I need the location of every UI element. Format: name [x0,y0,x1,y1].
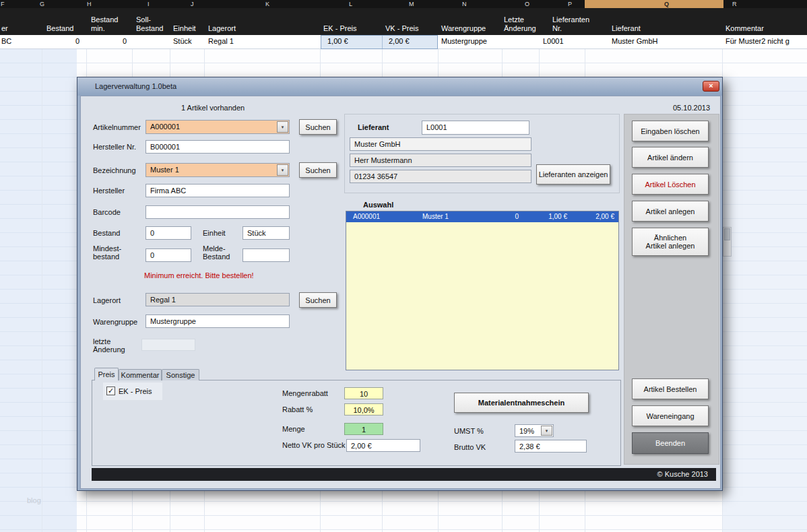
cell-lagerort[interactable]: Regal 1 [208,37,234,45]
column-letter-m[interactable]: M [409,0,414,8]
cell-einheit[interactable]: Stück [173,37,192,45]
lieferant-phone-field[interactable]: 01234 36547 [350,170,531,183]
menge-field[interactable]: 1 [344,423,383,435]
column-letter-i[interactable]: I [148,0,150,8]
header-cell-soll-bestand[interactable]: Soll-Bestand [136,15,163,33]
einheit-field[interactable]: Stück [243,226,290,240]
column-letter-r[interactable]: R [732,0,737,8]
tab-sonstige[interactable]: Sonstige [162,369,199,380]
column-letter-h[interactable]: H [87,0,92,8]
brutto-vk-field[interactable]: 2,38 € [515,440,587,453]
scrollbar-thumb[interactable] [724,228,730,240]
right-column-tint [723,77,807,532]
header-cell-lagerort[interactable]: Lagerort [208,24,236,33]
artikel-bestellen-button[interactable]: Artikel Bestellen [632,378,709,399]
column-letter-o[interactable]: O [525,0,529,8]
cell-ek-preis[interactable]: 1,00 € [327,37,348,45]
screen: F G H I J K L M N O P Q R er Bestand Bes… [0,0,807,532]
header-cell-bestand-min[interactable]: Bestandmin. [91,15,118,33]
header-cell-kommentar[interactable]: Kommentar [725,24,764,33]
selected-column-highlight [585,0,723,8]
bezeichnung-combobox[interactable]: Muster 1 ▼ [146,163,290,177]
lieferant-nr-field[interactable]: L0001 [422,121,529,135]
bezeichnung-dropdown-button[interactable]: ▼ [277,164,288,176]
header-cell-lieferant[interactable]: Lieferant [612,24,641,33]
column-letter-g[interactable]: G [40,0,44,8]
barcode-field[interactable] [146,205,290,219]
hersteller-field[interactable]: Firma ABC [146,184,290,197]
wareneingang-button[interactable]: Wareneingang [632,405,709,426]
left-column-tint [0,49,77,532]
artikel-anlegen-button[interactable]: Artikel anlegen [632,201,709,222]
lieferant-name-field[interactable]: Muster GmbH [350,137,531,151]
cell-vk-preis[interactable]: 2,00 € [389,37,410,45]
letzte-aenderung-field[interactable] [141,339,195,351]
label-brutto-vk: Brutto VK [454,443,486,451]
header-cell-vk-preis[interactable]: VK - Preis [385,24,419,33]
header-cell-lieferanten-nr[interactable]: LieferantenNr. [552,15,589,33]
artikel-aendern-button[interactable]: Artikel ändern [632,147,709,168]
cell-warengruppe[interactable]: Mustergruppe [441,37,487,45]
auswahl-listbox[interactable]: A000001 Muster 1 0 1,00 € 2,00 € [346,211,619,370]
close-button[interactable]: × [703,81,719,92]
header-cell-ek-preis[interactable]: EK - Preis [323,24,357,33]
watermark: blog [27,496,41,504]
netto-vk-field[interactable]: 2,00 € [346,439,420,452]
header-cell-einheit[interactable]: Einheit [173,24,196,33]
header-cell-letzte-aenderung[interactable]: LetzteÄnderung [504,15,536,33]
suchen-artikelnummer-button[interactable]: Suchen [299,119,337,135]
column-letter-q[interactable]: Q [664,0,669,8]
header-cell-partial[interactable]: er [1,24,8,33]
materialentnahmeschein-button[interactable]: Materialentnahmeschein [454,393,589,413]
column-letter-p[interactable]: P [568,0,572,8]
meldebestand-field[interactable] [243,248,290,262]
cell-bestand-min[interactable]: 0 [88,37,127,45]
suchen-lagerort-button[interactable]: Suchen [299,292,337,308]
copyright-text: © Kusche 2013 [657,470,708,478]
umst-dropdown[interactable]: 19% ▼ [515,424,554,437]
artikelnummer-dropdown-button[interactable]: ▼ [277,121,288,133]
article-count-text: 1 Artikel vorhanden [181,104,245,112]
bezeichnung-value: Muster 1 [150,166,179,174]
eingaben-loeschen-button[interactable]: Eingaben löschen [632,121,709,141]
suchen-bezeichnung-button[interactable]: Suchen [299,162,337,178]
column-letter-j[interactable]: J [191,0,194,8]
window-titlebar[interactable]: Lagerverwaltung 1.0beta × [77,77,722,96]
cell-kommentar[interactable]: Für Muster2 nicht g [725,37,789,45]
chevron-down-icon: ▼ [545,425,549,437]
column-letter-n[interactable]: N [462,0,467,8]
tab-preis[interactable]: Preis [94,368,119,380]
tab-kommentar[interactable]: Kommentar [119,369,162,380]
hersteller-nr-field[interactable]: B000001 [146,140,290,154]
column-letter-k[interactable]: K [265,0,269,8]
cell-bestand[interactable]: 0 [42,37,79,45]
excel-data-row: BC 0 0 Stück Regal 1 1,00 € 2,00 € Muste… [0,35,807,49]
column-letter-l[interactable]: L [349,0,352,8]
lieferant-contact-field[interactable]: Herr Mustermann [350,154,531,167]
cell-lieferant[interactable]: Muster GmbH [612,37,657,45]
ek-preis-checkbox[interactable]: ✓ [106,387,115,395]
umst-dropdown-button[interactable]: ▼ [541,426,552,436]
bestand-field[interactable]: 0 [146,226,191,240]
rabatt-field[interactable]: 10,0% [344,403,383,415]
header-cell-warengruppe[interactable]: Warengruppe [441,24,486,33]
label-mengenrabatt: Mengenrabatt [282,389,328,397]
lagerort-field[interactable]: Regal 1 [146,293,290,306]
cell-lieferanten-nr[interactable]: L0001 [543,37,564,45]
artikelnummer-combobox[interactable]: A000001 ▼ [146,120,290,134]
cell-artikel-partial[interactable]: BC [1,37,11,45]
header-cell-bestand[interactable]: Bestand [46,24,73,33]
label-bestand: Bestand [93,229,120,237]
column-letter-f[interactable]: F [1,0,5,8]
aehnlichen-artikel-anlegen-button[interactable]: Ähnlichen Artikel anlegen [632,228,709,256]
label-hersteller: Hersteller [93,187,125,195]
lieferanten-anzeigen-button[interactable]: Lieferanten anzeigen [536,164,610,185]
beenden-button[interactable]: Beenden [632,432,709,454]
selected-list-row[interactable]: A000001 Muster 1 0 1,00 € 2,00 € [346,211,618,222]
excel-scrollbar-fragment[interactable] [723,227,732,257]
artikel-loeschen-button[interactable]: Artikel Löschen [632,174,709,195]
mengenrabatt-field[interactable]: 10 [344,387,383,399]
warengruppe-field[interactable]: Mustergruppe [146,314,290,328]
mindestbestand-field[interactable]: 0 [146,248,191,262]
label-rabatt: Rabatt % [282,405,313,413]
